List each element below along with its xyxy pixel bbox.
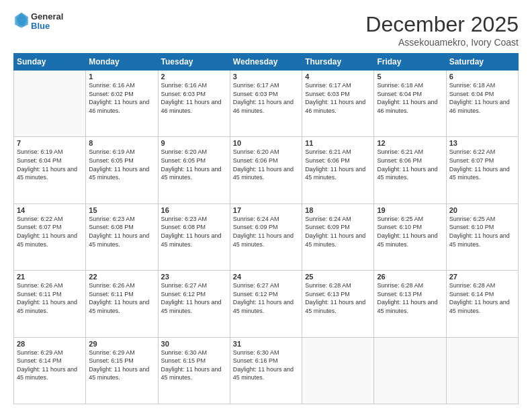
day-number: 2 [161, 73, 227, 81]
sunset-label: Sunset: 6:04 PM [377, 91, 422, 97]
daylight-label: Daylight: 11 hours and 46 minutes. [305, 99, 365, 114]
day-info: Sunrise: 6:24 AMSunset: 6:09 PMDaylight:… [233, 215, 299, 248]
day-info: Sunrise: 6:24 AMSunset: 6:09 PMDaylight:… [305, 215, 371, 248]
sunrise-label: Sunrise: 6:26 AM [17, 282, 63, 289]
day-info: Sunrise: 6:23 AMSunset: 6:08 PMDaylight:… [89, 215, 154, 248]
day-info: Sunrise: 6:27 AMSunset: 6:12 PMDaylight:… [233, 281, 299, 315]
sunrise-label: Sunrise: 6:27 AM [233, 282, 279, 289]
calendar-week-row: 7Sunrise: 6:19 AMSunset: 6:04 PMDaylight… [14, 137, 519, 203]
logo-general: General [31, 12, 63, 21]
subtitle: Assekouamekro, Ivory Coast [365, 37, 519, 48]
day-number: 26 [377, 273, 443, 281]
calendar-day-cell: 17Sunrise: 6:24 AMSunset: 6:09 PMDayligh… [230, 203, 302, 270]
logo-icon [13, 11, 30, 30]
sunrise-label: Sunrise: 6:22 AM [449, 148, 496, 155]
calendar-day-cell: 15Sunrise: 6:23 AMSunset: 6:08 PMDayligh… [86, 203, 158, 270]
calendar-day-cell: 31Sunrise: 6:30 AMSunset: 6:16 PMDayligh… [230, 337, 302, 404]
day-info: Sunrise: 6:22 AMSunset: 6:07 PMDaylight:… [449, 148, 515, 181]
daylight-label: Daylight: 11 hours and 45 minutes. [89, 232, 149, 248]
calendar-day-cell: 11Sunrise: 6:21 AMSunset: 6:06 PMDayligh… [302, 137, 374, 203]
sunrise-label: Sunrise: 6:16 AM [161, 82, 208, 89]
calendar-header-monday: Monday [86, 54, 158, 71]
calendar-day-cell: 5Sunrise: 6:18 AMSunset: 6:04 PMDaylight… [374, 71, 446, 137]
daylight-label: Daylight: 11 hours and 45 minutes. [161, 166, 222, 181]
daylight-label: Daylight: 11 hours and 45 minutes. [17, 366, 77, 381]
sunset-label: Sunset: 6:09 PM [233, 224, 278, 230]
calendar-day-cell: 16Sunrise: 6:23 AMSunset: 6:08 PMDayligh… [158, 203, 230, 270]
sunrise-label: Sunrise: 6:23 AM [161, 216, 208, 222]
calendar-day-cell: 4Sunrise: 6:17 AMSunset: 6:03 PMDaylight… [302, 71, 374, 137]
daylight-label: Daylight: 11 hours and 45 minutes. [449, 232, 510, 248]
day-info: Sunrise: 6:28 AMSunset: 6:14 PMDaylight:… [449, 281, 515, 315]
day-info: Sunrise: 6:17 AMSunset: 6:03 PMDaylight:… [233, 81, 299, 115]
sunrise-label: Sunrise: 6:20 AM [161, 148, 208, 155]
day-number: 5 [377, 73, 443, 81]
day-number: 27 [449, 273, 515, 281]
daylight-label: Daylight: 11 hours and 45 minutes. [89, 366, 149, 381]
sunrise-label: Sunrise: 6:24 AM [233, 216, 279, 222]
calendar-header-sunday: Sunday [14, 54, 86, 71]
calendar-day-cell: 26Sunrise: 6:28 AMSunset: 6:13 PMDayligh… [374, 271, 446, 337]
calendar-day-cell: 3Sunrise: 6:17 AMSunset: 6:03 PMDaylight… [230, 71, 302, 137]
sunrise-label: Sunrise: 6:21 AM [377, 148, 423, 155]
daylight-label: Daylight: 11 hours and 45 minutes. [233, 232, 294, 248]
calendar-day-cell [446, 337, 518, 404]
daylight-label: Daylight: 11 hours and 46 minutes. [377, 99, 437, 114]
sunset-label: Sunset: 6:11 PM [17, 291, 62, 298]
calendar-day-cell: 13Sunrise: 6:22 AMSunset: 6:07 PMDayligh… [446, 137, 518, 203]
daylight-label: Daylight: 11 hours and 45 minutes. [17, 299, 77, 314]
sunset-label: Sunset: 6:06 PM [233, 157, 278, 164]
calendar-day-cell: 21Sunrise: 6:26 AMSunset: 6:11 PMDayligh… [14, 271, 86, 337]
sunset-label: Sunset: 6:05 PM [161, 157, 206, 164]
day-info: Sunrise: 6:23 AMSunset: 6:08 PMDaylight:… [161, 215, 227, 248]
daylight-label: Daylight: 11 hours and 46 minutes. [89, 99, 149, 114]
day-number: 7 [17, 139, 83, 147]
sunset-label: Sunset: 6:04 PM [449, 91, 494, 97]
daylight-label: Daylight: 11 hours and 46 minutes. [233, 99, 294, 114]
sunrise-label: Sunrise: 6:20 AM [233, 148, 279, 155]
day-info: Sunrise: 6:19 AMSunset: 6:04 PMDaylight:… [17, 148, 83, 181]
day-info: Sunrise: 6:30 AMSunset: 6:15 PMDaylight:… [161, 349, 227, 382]
sunset-label: Sunset: 6:13 PM [305, 291, 350, 298]
sunset-label: Sunset: 6:04 PM [17, 157, 62, 164]
day-info: Sunrise: 6:29 AMSunset: 6:14 PMDaylight:… [17, 349, 83, 382]
sunset-label: Sunset: 6:07 PM [449, 157, 494, 164]
day-number: 1 [89, 73, 154, 81]
sunrise-label: Sunrise: 6:19 AM [17, 148, 63, 155]
calendar-day-cell: 20Sunrise: 6:25 AMSunset: 6:10 PMDayligh… [446, 203, 518, 270]
sunset-label: Sunset: 6:03 PM [233, 91, 278, 97]
daylight-label: Daylight: 11 hours and 46 minutes. [161, 99, 222, 114]
day-number: 8 [89, 139, 154, 147]
calendar-day-cell: 7Sunrise: 6:19 AMSunset: 6:04 PMDaylight… [14, 137, 86, 203]
calendar-day-cell: 30Sunrise: 6:30 AMSunset: 6:15 PMDayligh… [158, 337, 230, 404]
day-number: 14 [17, 206, 83, 214]
sunrise-label: Sunrise: 6:21 AM [305, 148, 351, 155]
day-info: Sunrise: 6:28 AMSunset: 6:13 PMDaylight:… [377, 281, 443, 315]
day-number: 31 [233, 340, 299, 348]
calendar-header-row: SundayMondayTuesdayWednesdayThursdayFrid… [14, 54, 519, 71]
day-number: 30 [161, 340, 227, 348]
daylight-label: Daylight: 11 hours and 45 minutes. [17, 232, 77, 248]
sunset-label: Sunset: 6:03 PM [161, 91, 206, 97]
day-number: 25 [305, 273, 371, 281]
daylight-label: Daylight: 11 hours and 45 minutes. [377, 299, 437, 314]
sunrise-label: Sunrise: 6:30 AM [161, 349, 208, 356]
day-info: Sunrise: 6:21 AMSunset: 6:06 PMDaylight:… [377, 148, 443, 181]
logo-blue: Blue [31, 21, 63, 31]
daylight-label: Daylight: 11 hours and 45 minutes. [89, 299, 149, 314]
sunset-label: Sunset: 6:05 PM [89, 157, 134, 164]
sunset-label: Sunset: 6:06 PM [305, 157, 350, 164]
day-info: Sunrise: 6:21 AMSunset: 6:06 PMDaylight:… [305, 148, 371, 181]
daylight-label: Daylight: 11 hours and 45 minutes. [305, 232, 365, 248]
day-number: 3 [233, 73, 299, 81]
sunrise-label: Sunrise: 6:28 AM [377, 282, 423, 289]
daylight-label: Daylight: 11 hours and 45 minutes. [89, 166, 149, 181]
day-number: 19 [377, 206, 443, 214]
sunset-label: Sunset: 6:11 PM [89, 291, 134, 298]
day-info: Sunrise: 6:26 AMSunset: 6:11 PMDaylight:… [89, 281, 154, 315]
sunrise-label: Sunrise: 6:30 AM [233, 349, 279, 356]
calendar-day-cell: 1Sunrise: 6:16 AMSunset: 6:02 PMDaylight… [86, 71, 158, 137]
sunrise-label: Sunrise: 6:18 AM [377, 82, 423, 89]
logo-text: General Blue [31, 12, 63, 32]
title-block: December 2025 Assekouamekro, Ivory Coast [365, 12, 519, 48]
